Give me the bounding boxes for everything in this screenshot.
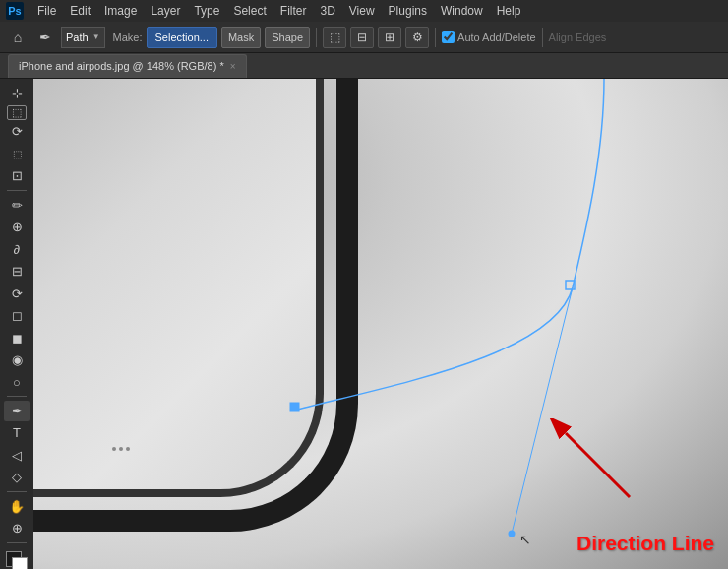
tool-rect-select[interactable]: ⬚ bbox=[7, 105, 27, 120]
transform-icon-btn[interactable]: ⬚ bbox=[323, 27, 346, 48]
tool-path-select[interactable]: ◁ bbox=[4, 445, 30, 466]
left-toolbar: ⊹ ⬚ ⟳ ⬚ ⊡ ✏ ⊕ ∂ ⊟ ⟳ ◻ ◼ ◉ ○ ✒ T ◁ ◇ ✋ ⊕ bbox=[0, 79, 33, 569]
path-dropdown[interactable]: Path ▼ bbox=[61, 27, 105, 48]
align-icon-btn[interactable]: ⊟ bbox=[350, 27, 374, 48]
tab-close-icon[interactable]: × bbox=[230, 61, 236, 72]
tool-text[interactable]: T bbox=[4, 423, 30, 444]
tool-history[interactable]: ⟳ bbox=[4, 284, 30, 304]
tool-stamp[interactable]: ⊟ bbox=[4, 261, 30, 282]
tool-pen[interactable]: ✒ bbox=[4, 401, 30, 421]
menubar: Ps File Edit Image Layer Type Select Fil… bbox=[0, 0, 728, 22]
ps-logo: Ps bbox=[6, 2, 24, 20]
separator-3 bbox=[542, 28, 543, 47]
pen-tool-icon: ✒ bbox=[33, 26, 57, 49]
auto-add-delete-label: Auto Add/Delete bbox=[457, 32, 536, 43]
menu-view[interactable]: View bbox=[343, 2, 381, 20]
menu-type[interactable]: Type bbox=[188, 2, 225, 20]
annotation-arrow bbox=[546, 418, 635, 510]
menu-select[interactable]: Select bbox=[227, 2, 272, 20]
maker-label: Make: bbox=[113, 32, 143, 43]
tool-gradient[interactable]: ◼ bbox=[4, 328, 30, 348]
menu-filter[interactable]: Filter bbox=[274, 2, 313, 20]
document-tab[interactable]: iPhone and airpods.jpg @ 148% (RGB/8) * … bbox=[8, 54, 247, 78]
path-dropdown-arrow-icon: ▼ bbox=[92, 32, 100, 41]
options-toolbar: ⌂ ✒ Path ▼ Make: Selection... Mask Shape… bbox=[0, 22, 728, 53]
tool-eyedropper[interactable]: ✏ bbox=[4, 195, 30, 216]
tabbar: iPhone and airpods.jpg @ 148% (RGB/8) * … bbox=[0, 53, 728, 79]
tool-spot-heal[interactable]: ⊕ bbox=[4, 217, 30, 237]
tool-zoom[interactable]: ⊕ bbox=[4, 518, 30, 538]
fg-bg-colors[interactable] bbox=[4, 549, 30, 569]
tool-shape[interactable]: ◇ bbox=[4, 468, 30, 488]
tool-blur[interactable]: ◉ bbox=[4, 349, 30, 370]
menu-3d[interactable]: 3D bbox=[314, 2, 340, 20]
red-arrow-line bbox=[566, 433, 630, 497]
menu-window[interactable]: Window bbox=[435, 2, 489, 20]
home-button[interactable]: ⌂ bbox=[6, 26, 30, 49]
iphone-mic-dots bbox=[112, 447, 130, 451]
tool-object-select[interactable]: ⬚ bbox=[4, 144, 30, 164]
menu-help[interactable]: Help bbox=[491, 2, 527, 20]
align-edges-label: Align Edges bbox=[549, 32, 607, 43]
path-dropdown-label: Path bbox=[66, 32, 89, 43]
iphone-inner-surface bbox=[33, 79, 324, 497]
lt-sep-1 bbox=[7, 190, 27, 191]
red-arrow-svg bbox=[546, 418, 635, 507]
menu-plugins[interactable]: Plugins bbox=[383, 2, 433, 20]
lt-sep-2 bbox=[7, 396, 27, 397]
menu-file[interactable]: File bbox=[31, 2, 62, 20]
menu-layer[interactable]: Layer bbox=[145, 2, 186, 20]
canvas-area[interactable]: Direction Line ↖ bbox=[33, 79, 728, 569]
tool-brush[interactable]: ∂ bbox=[4, 239, 30, 260]
shape-button[interactable]: Shape bbox=[265, 27, 310, 48]
distribute-icon-btn[interactable]: ⊞ bbox=[378, 27, 401, 48]
separator-1 bbox=[316, 28, 317, 47]
menu-image[interactable]: Image bbox=[98, 2, 143, 20]
tab-title: iPhone and airpods.jpg @ 148% (RGB/8) * bbox=[19, 60, 224, 72]
auto-add-delete-group: Auto Add/Delete bbox=[442, 31, 536, 43]
tool-lasso[interactable]: ⟳ bbox=[4, 122, 30, 143]
lt-sep-4 bbox=[7, 542, 27, 543]
separator-2 bbox=[435, 28, 436, 47]
settings-icon-btn[interactable]: ⚙ bbox=[405, 27, 429, 48]
main-area: ⊹ ⬚ ⟳ ⬚ ⊡ ✏ ⊕ ∂ ⊟ ⟳ ◻ ◼ ◉ ○ ✒ T ◁ ◇ ✋ ⊕ bbox=[0, 79, 728, 569]
lt-sep-3 bbox=[7, 491, 27, 492]
selection-button[interactable]: Selection... bbox=[147, 27, 217, 48]
mask-button[interactable]: Mask bbox=[221, 27, 261, 48]
tool-crop[interactable]: ⊡ bbox=[4, 166, 30, 187]
tool-eraser[interactable]: ◻ bbox=[4, 305, 30, 326]
auto-add-delete-checkbox[interactable] bbox=[442, 31, 455, 43]
tool-move[interactable]: ⊹ bbox=[4, 83, 30, 103]
menu-edit[interactable]: Edit bbox=[64, 2, 96, 20]
tool-hand[interactable]: ✋ bbox=[4, 496, 30, 517]
direction-line-label: Direction Line bbox=[576, 532, 714, 555]
tool-dodge[interactable]: ○ bbox=[4, 372, 30, 393]
